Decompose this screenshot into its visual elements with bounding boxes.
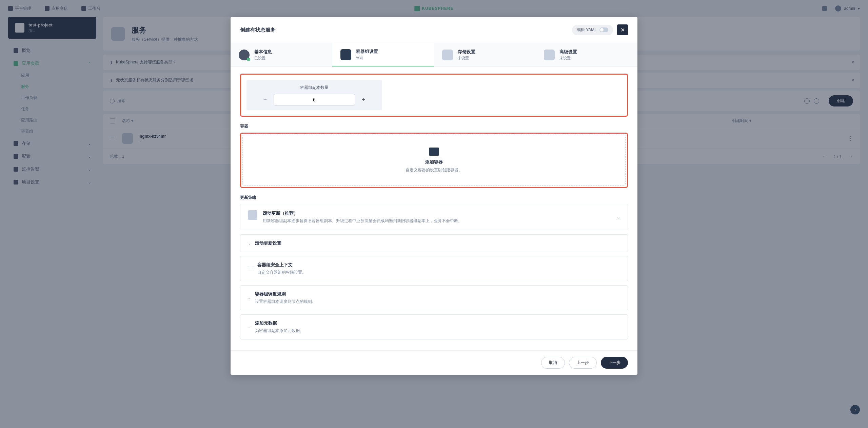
help-fab-button[interactable]: i xyxy=(850,405,860,414)
security-context-checkbox[interactable] xyxy=(248,266,253,271)
replica-decrement-button[interactable]: − xyxy=(260,95,270,105)
close-icon: ✕ xyxy=(620,27,625,33)
rolling-settings-card[interactable]: ⌄ 滚动更新设置 xyxy=(240,234,628,252)
tab-advanced-settings[interactable]: 高级设置 未设置 xyxy=(536,43,637,66)
scheduling-card[interactable]: ⌄ 容器组调度规则 设置容器组本调度到节点的规则。 xyxy=(240,285,628,310)
modal-overlay: 创建有状态服务 编辑 YAML ✕ 基本信息 已设置 xyxy=(0,0,868,428)
chevron-down-icon: ⌄ xyxy=(617,215,620,219)
create-stateful-service-modal: 创建有状态服务 编辑 YAML ✕ 基本信息 已设置 xyxy=(231,17,637,375)
prev-button[interactable]: 上一步 xyxy=(569,357,597,369)
container-section-label: 容器 xyxy=(240,123,628,129)
rolling-update-card[interactable]: 滚动更新（推荐） 用新容器组副本逐步替换旧容器组副本。升级过程中业务流量会负载均… xyxy=(240,204,628,230)
replica-section-highlight: 容器组副本数量 − + xyxy=(240,74,628,117)
update-icon xyxy=(248,210,257,220)
metadata-card[interactable]: ⌄ 添加元数据 为容器组副本添加元数据。 xyxy=(240,314,628,339)
check-badge-icon xyxy=(247,58,250,61)
modal-title: 创建有状态服务 xyxy=(240,27,276,33)
close-button[interactable]: ✕ xyxy=(617,24,628,35)
add-container-title: 添加容器 xyxy=(255,159,613,165)
replica-input[interactable] xyxy=(274,94,355,105)
container-section-highlight: 添加容器 自定义容器的设置以创建容器。 xyxy=(240,133,628,188)
next-button[interactable]: 下一步 xyxy=(601,357,628,369)
cancel-button[interactable]: 取消 xyxy=(541,357,565,369)
chevron-down-icon: ⌄ xyxy=(248,241,251,246)
chevron-down-icon: ⌄ xyxy=(248,325,251,329)
tab-volume-settings[interactable]: 存储设置 未设置 xyxy=(434,43,536,66)
replica-increment-button[interactable]: + xyxy=(358,95,369,105)
sliders-icon xyxy=(544,50,555,60)
docker-icon xyxy=(429,148,439,156)
update-strategy-label: 更新策略 xyxy=(240,195,628,200)
chevron-down-icon: ⌄ xyxy=(248,296,251,300)
security-context-card[interactable]: 容器组安全上下文 自定义容器组的权限设置。 xyxy=(240,256,628,281)
add-container-button[interactable]: 添加容器 自定义容器的设置以创建容器。 xyxy=(242,135,626,186)
record-icon xyxy=(239,50,250,60)
replica-label: 容器组副本数量 xyxy=(253,85,376,91)
toggle-switch-icon xyxy=(599,27,608,32)
add-container-desc: 自定义容器的设置以创建容器。 xyxy=(255,167,613,173)
docker-icon xyxy=(340,49,351,60)
storage-icon xyxy=(442,50,453,60)
tab-basic-info[interactable]: 基本信息 已设置 xyxy=(231,43,332,66)
edit-yaml-toggle[interactable]: 编辑 YAML xyxy=(572,25,613,35)
tab-pod-settings[interactable]: 容器组设置 当前 xyxy=(332,43,434,66)
